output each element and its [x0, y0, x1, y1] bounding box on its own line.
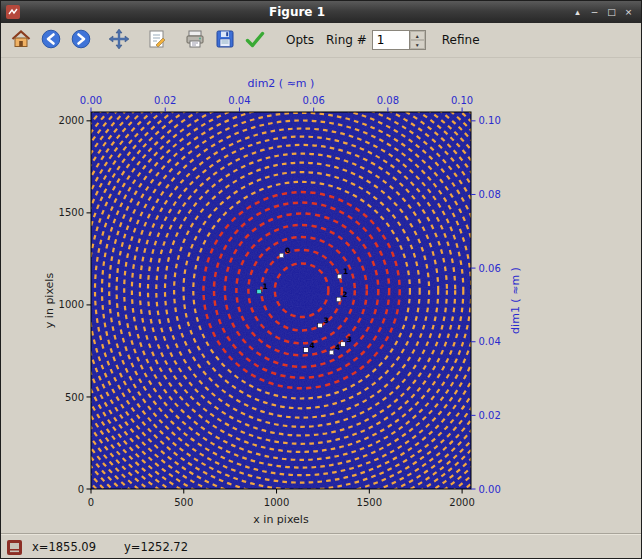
- svg-text:3: 3: [347, 335, 352, 344]
- svg-text:y in pixels: y in pixels: [43, 273, 56, 329]
- svg-text:1500: 1500: [357, 497, 382, 508]
- statusbar-icon: [7, 540, 22, 555]
- toolbar: Opts Ring # 1 ▲ ▼ Refine: [1, 23, 641, 58]
- svg-text:0: 0: [78, 484, 84, 495]
- statusbar: x=1855.09 y=1252.72: [1, 533, 641, 559]
- svg-text:0.02: 0.02: [479, 410, 501, 421]
- window-title: Figure 1: [24, 5, 570, 19]
- svg-text:4: 4: [335, 343, 340, 352]
- ring-number-label: Ring #: [326, 33, 367, 47]
- svg-text:0.10: 0.10: [479, 115, 501, 126]
- svg-text:0.04: 0.04: [228, 95, 250, 106]
- spin-buttons: ▲ ▼: [409, 31, 425, 49]
- home-button[interactable]: [7, 26, 35, 54]
- svg-text:1500: 1500: [59, 207, 84, 218]
- apply-button[interactable]: [241, 26, 269, 54]
- forward-button[interactable]: [67, 26, 95, 54]
- svg-text:1: 1: [343, 267, 348, 276]
- refine-button[interactable]: Refine: [434, 31, 488, 49]
- printer-icon: [184, 28, 206, 53]
- svg-text:2: 2: [342, 290, 347, 299]
- window-icon: [6, 5, 20, 19]
- svg-text:0.08: 0.08: [479, 189, 501, 200]
- svg-text:0.00: 0.00: [80, 95, 102, 106]
- spin-up-button[interactable]: ▲: [410, 31, 425, 40]
- svg-text:0.06: 0.06: [303, 95, 325, 106]
- svg-text:0: 0: [88, 497, 94, 508]
- pan-button[interactable]: [105, 26, 133, 54]
- home-icon: [10, 28, 32, 53]
- svg-text:3: 3: [324, 316, 329, 325]
- toolbar-icon-buttons: [6, 26, 270, 54]
- plot-svg: 0112334405001000150020000500100015002000…: [1, 58, 641, 533]
- svg-text:dim2 ( ≈m ): dim2 ( ≈m ): [248, 77, 315, 90]
- back-icon: [40, 28, 62, 53]
- svg-text:0.06: 0.06: [479, 263, 501, 274]
- check-icon: [244, 28, 266, 53]
- customize-icon: [146, 28, 168, 53]
- svg-text:0.10: 0.10: [451, 95, 473, 106]
- svg-text:0.04: 0.04: [479, 336, 501, 347]
- back-button[interactable]: [37, 26, 65, 54]
- close-button[interactable]: ×: [621, 5, 636, 20]
- save-button[interactable]: [211, 26, 239, 54]
- svg-text:1000: 1000: [264, 497, 289, 508]
- svg-text:0.02: 0.02: [154, 95, 176, 106]
- svg-text:0.00: 0.00: [479, 484, 501, 495]
- subplots-button[interactable]: [181, 26, 209, 54]
- ring-number-spinbox[interactable]: 1 ▲ ▼: [372, 30, 426, 50]
- figure-window: Figure 1 ▴−□× Opts Ring # 1 ▲ ▼ Refine 0…: [0, 0, 642, 559]
- svg-text:1: 1: [263, 282, 268, 291]
- svg-text:2000: 2000: [449, 497, 474, 508]
- svg-text:0: 0: [285, 246, 290, 255]
- svg-text:500: 500: [65, 392, 84, 403]
- cursor-x-readout: x=1855.09: [32, 540, 96, 554]
- window-controls: ▴−□×: [570, 5, 636, 20]
- maximize-button[interactable]: □: [604, 5, 619, 20]
- forward-icon: [70, 28, 92, 53]
- shade-button[interactable]: ▴: [570, 5, 585, 20]
- svg-text:4: 4: [310, 341, 315, 350]
- spin-down-button[interactable]: ▼: [410, 40, 425, 49]
- svg-text:2000: 2000: [59, 115, 84, 126]
- minimize-button[interactable]: −: [587, 5, 602, 20]
- svg-text:x in pixels: x in pixels: [253, 513, 309, 526]
- svg-text:1000: 1000: [59, 299, 84, 310]
- customize-button[interactable]: [143, 26, 171, 54]
- svg-text:500: 500: [174, 497, 193, 508]
- opts-button[interactable]: Opts: [278, 31, 322, 49]
- pan-icon: [108, 28, 130, 53]
- titlebar[interactable]: Figure 1 ▴−□×: [1, 1, 641, 23]
- svg-text:dim1 ( ≈m ): dim1 ( ≈m ): [509, 267, 522, 334]
- figure-canvas[interactable]: 0112334405001000150020000500100015002000…: [1, 58, 641, 533]
- ring-number-value[interactable]: 1: [373, 31, 409, 49]
- svg-text:0.08: 0.08: [377, 95, 399, 106]
- save-icon: [214, 28, 236, 53]
- cursor-y-readout: y=1252.72: [124, 540, 188, 554]
